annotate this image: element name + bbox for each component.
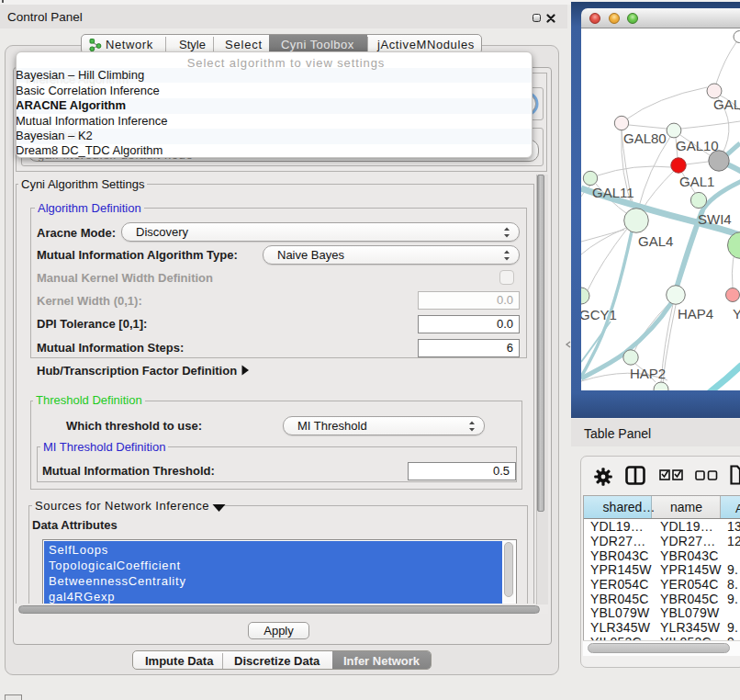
svg-text:GAL1: GAL1 (679, 174, 714, 189)
svg-text:GAL11: GAL11 (592, 185, 634, 200)
svg-text:GAL4: GAL4 (638, 233, 673, 249)
svg-text:GAL2: GAL2 (713, 96, 740, 112)
svg-text:Y: Y (733, 306, 740, 322)
svg-text:SWI4: SWI4 (698, 211, 732, 227)
svg-text:GAL10: GAL10 (676, 138, 719, 153)
svg-text:HAP2: HAP2 (630, 366, 666, 381)
svg-text:GAL80: GAL80 (623, 130, 667, 146)
svg-text:HAP4: HAP4 (678, 306, 713, 322)
svg-text:GCY1: GCY1 (581, 307, 617, 322)
